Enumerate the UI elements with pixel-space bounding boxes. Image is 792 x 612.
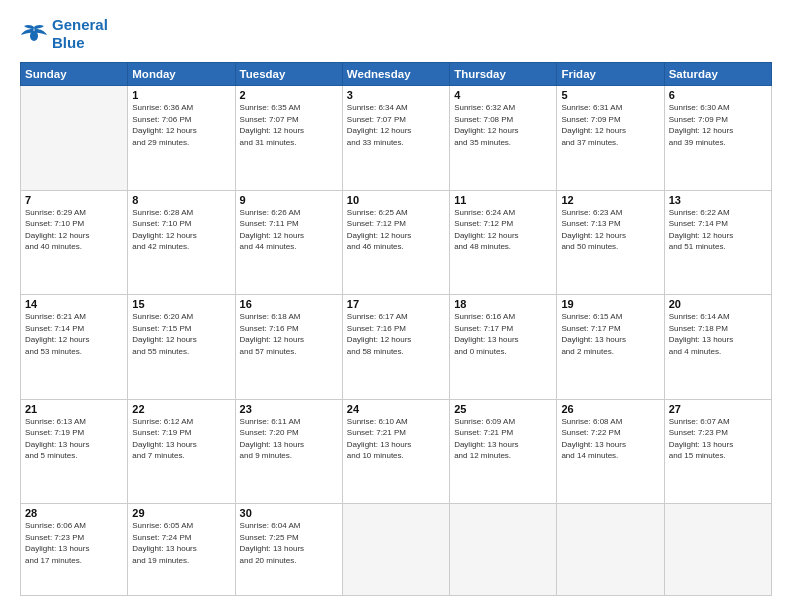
calendar-cell: 9Sunrise: 6:26 AM Sunset: 7:11 PM Daylig… bbox=[235, 190, 342, 295]
calendar-cell: 22Sunrise: 6:12 AM Sunset: 7:19 PM Dayli… bbox=[128, 399, 235, 504]
day-info: Sunrise: 6:14 AM Sunset: 7:18 PM Dayligh… bbox=[669, 311, 767, 357]
calendar-header-monday: Monday bbox=[128, 63, 235, 86]
day-number: 14 bbox=[25, 298, 123, 310]
day-number: 20 bbox=[669, 298, 767, 310]
calendar-cell: 13Sunrise: 6:22 AM Sunset: 7:14 PM Dayli… bbox=[664, 190, 771, 295]
day-number: 7 bbox=[25, 194, 123, 206]
day-info: Sunrise: 6:05 AM Sunset: 7:24 PM Dayligh… bbox=[132, 520, 230, 566]
day-info: Sunrise: 6:21 AM Sunset: 7:14 PM Dayligh… bbox=[25, 311, 123, 357]
day-number: 26 bbox=[561, 403, 659, 415]
calendar-cell: 8Sunrise: 6:28 AM Sunset: 7:10 PM Daylig… bbox=[128, 190, 235, 295]
day-number: 13 bbox=[669, 194, 767, 206]
day-info: Sunrise: 6:09 AM Sunset: 7:21 PM Dayligh… bbox=[454, 416, 552, 462]
day-info: Sunrise: 6:12 AM Sunset: 7:19 PM Dayligh… bbox=[132, 416, 230, 462]
day-info: Sunrise: 6:07 AM Sunset: 7:23 PM Dayligh… bbox=[669, 416, 767, 462]
day-number: 23 bbox=[240, 403, 338, 415]
day-info: Sunrise: 6:16 AM Sunset: 7:17 PM Dayligh… bbox=[454, 311, 552, 357]
day-number: 8 bbox=[132, 194, 230, 206]
day-info: Sunrise: 6:30 AM Sunset: 7:09 PM Dayligh… bbox=[669, 102, 767, 148]
calendar-week-row: 7Sunrise: 6:29 AM Sunset: 7:10 PM Daylig… bbox=[21, 190, 772, 295]
day-info: Sunrise: 6:31 AM Sunset: 7:09 PM Dayligh… bbox=[561, 102, 659, 148]
calendar-cell: 4Sunrise: 6:32 AM Sunset: 7:08 PM Daylig… bbox=[450, 86, 557, 191]
calendar-cell: 27Sunrise: 6:07 AM Sunset: 7:23 PM Dayli… bbox=[664, 399, 771, 504]
calendar-cell: 26Sunrise: 6:08 AM Sunset: 7:22 PM Dayli… bbox=[557, 399, 664, 504]
day-info: Sunrise: 6:28 AM Sunset: 7:10 PM Dayligh… bbox=[132, 207, 230, 253]
calendar-cell: 15Sunrise: 6:20 AM Sunset: 7:15 PM Dayli… bbox=[128, 295, 235, 400]
day-number: 3 bbox=[347, 89, 445, 101]
logo-icon bbox=[20, 23, 48, 45]
calendar-cell: 18Sunrise: 6:16 AM Sunset: 7:17 PM Dayli… bbox=[450, 295, 557, 400]
calendar-cell: 3Sunrise: 6:34 AM Sunset: 7:07 PM Daylig… bbox=[342, 86, 449, 191]
calendar-cell: 21Sunrise: 6:13 AM Sunset: 7:19 PM Dayli… bbox=[21, 399, 128, 504]
calendar-cell bbox=[342, 504, 449, 596]
day-info: Sunrise: 6:08 AM Sunset: 7:22 PM Dayligh… bbox=[561, 416, 659, 462]
calendar-cell: 14Sunrise: 6:21 AM Sunset: 7:14 PM Dayli… bbox=[21, 295, 128, 400]
calendar-cell: 19Sunrise: 6:15 AM Sunset: 7:17 PM Dayli… bbox=[557, 295, 664, 400]
day-info: Sunrise: 6:13 AM Sunset: 7:19 PM Dayligh… bbox=[25, 416, 123, 462]
calendar-cell: 29Sunrise: 6:05 AM Sunset: 7:24 PM Dayli… bbox=[128, 504, 235, 596]
day-number: 1 bbox=[132, 89, 230, 101]
day-info: Sunrise: 6:17 AM Sunset: 7:16 PM Dayligh… bbox=[347, 311, 445, 357]
day-number: 16 bbox=[240, 298, 338, 310]
day-info: Sunrise: 6:06 AM Sunset: 7:23 PM Dayligh… bbox=[25, 520, 123, 566]
calendar-week-row: 14Sunrise: 6:21 AM Sunset: 7:14 PM Dayli… bbox=[21, 295, 772, 400]
calendar-week-row: 1Sunrise: 6:36 AM Sunset: 7:06 PM Daylig… bbox=[21, 86, 772, 191]
calendar-week-row: 28Sunrise: 6:06 AM Sunset: 7:23 PM Dayli… bbox=[21, 504, 772, 596]
calendar-header-saturday: Saturday bbox=[664, 63, 771, 86]
calendar-header-sunday: Sunday bbox=[21, 63, 128, 86]
day-number: 6 bbox=[669, 89, 767, 101]
logo-text: GeneralBlue bbox=[52, 16, 108, 52]
calendar-header-tuesday: Tuesday bbox=[235, 63, 342, 86]
calendar-cell: 2Sunrise: 6:35 AM Sunset: 7:07 PM Daylig… bbox=[235, 86, 342, 191]
day-number: 2 bbox=[240, 89, 338, 101]
day-info: Sunrise: 6:15 AM Sunset: 7:17 PM Dayligh… bbox=[561, 311, 659, 357]
calendar-cell: 6Sunrise: 6:30 AM Sunset: 7:09 PM Daylig… bbox=[664, 86, 771, 191]
calendar-cell: 17Sunrise: 6:17 AM Sunset: 7:16 PM Dayli… bbox=[342, 295, 449, 400]
calendar-header-friday: Friday bbox=[557, 63, 664, 86]
day-info: Sunrise: 6:24 AM Sunset: 7:12 PM Dayligh… bbox=[454, 207, 552, 253]
calendar-header-thursday: Thursday bbox=[450, 63, 557, 86]
calendar-header-row: SundayMondayTuesdayWednesdayThursdayFrid… bbox=[21, 63, 772, 86]
day-info: Sunrise: 6:29 AM Sunset: 7:10 PM Dayligh… bbox=[25, 207, 123, 253]
page: GeneralBlue SundayMondayTuesdayWednesday… bbox=[0, 0, 792, 612]
logo: GeneralBlue bbox=[20, 16, 108, 52]
calendar-cell bbox=[450, 504, 557, 596]
calendar-cell: 12Sunrise: 6:23 AM Sunset: 7:13 PM Dayli… bbox=[557, 190, 664, 295]
day-number: 12 bbox=[561, 194, 659, 206]
calendar-cell: 5Sunrise: 6:31 AM Sunset: 7:09 PM Daylig… bbox=[557, 86, 664, 191]
header: GeneralBlue bbox=[20, 16, 772, 52]
calendar-cell: 23Sunrise: 6:11 AM Sunset: 7:20 PM Dayli… bbox=[235, 399, 342, 504]
day-info: Sunrise: 6:34 AM Sunset: 7:07 PM Dayligh… bbox=[347, 102, 445, 148]
calendar-cell: 16Sunrise: 6:18 AM Sunset: 7:16 PM Dayli… bbox=[235, 295, 342, 400]
day-info: Sunrise: 6:36 AM Sunset: 7:06 PM Dayligh… bbox=[132, 102, 230, 148]
day-info: Sunrise: 6:25 AM Sunset: 7:12 PM Dayligh… bbox=[347, 207, 445, 253]
day-number: 9 bbox=[240, 194, 338, 206]
day-number: 25 bbox=[454, 403, 552, 415]
day-info: Sunrise: 6:10 AM Sunset: 7:21 PM Dayligh… bbox=[347, 416, 445, 462]
calendar-cell: 24Sunrise: 6:10 AM Sunset: 7:21 PM Dayli… bbox=[342, 399, 449, 504]
day-info: Sunrise: 6:18 AM Sunset: 7:16 PM Dayligh… bbox=[240, 311, 338, 357]
day-number: 10 bbox=[347, 194, 445, 206]
day-number: 17 bbox=[347, 298, 445, 310]
calendar-table: SundayMondayTuesdayWednesdayThursdayFrid… bbox=[20, 62, 772, 596]
calendar-cell bbox=[21, 86, 128, 191]
calendar-week-row: 21Sunrise: 6:13 AM Sunset: 7:19 PM Dayli… bbox=[21, 399, 772, 504]
calendar-cell: 20Sunrise: 6:14 AM Sunset: 7:18 PM Dayli… bbox=[664, 295, 771, 400]
day-info: Sunrise: 6:23 AM Sunset: 7:13 PM Dayligh… bbox=[561, 207, 659, 253]
day-info: Sunrise: 6:20 AM Sunset: 7:15 PM Dayligh… bbox=[132, 311, 230, 357]
calendar-cell bbox=[664, 504, 771, 596]
day-number: 27 bbox=[669, 403, 767, 415]
day-number: 5 bbox=[561, 89, 659, 101]
day-info: Sunrise: 6:35 AM Sunset: 7:07 PM Dayligh… bbox=[240, 102, 338, 148]
day-number: 18 bbox=[454, 298, 552, 310]
day-number: 11 bbox=[454, 194, 552, 206]
calendar-header-wednesday: Wednesday bbox=[342, 63, 449, 86]
calendar-cell: 1Sunrise: 6:36 AM Sunset: 7:06 PM Daylig… bbox=[128, 86, 235, 191]
day-number: 24 bbox=[347, 403, 445, 415]
day-info: Sunrise: 6:26 AM Sunset: 7:11 PM Dayligh… bbox=[240, 207, 338, 253]
calendar-cell: 11Sunrise: 6:24 AM Sunset: 7:12 PM Dayli… bbox=[450, 190, 557, 295]
calendar-cell: 28Sunrise: 6:06 AM Sunset: 7:23 PM Dayli… bbox=[21, 504, 128, 596]
day-info: Sunrise: 6:11 AM Sunset: 7:20 PM Dayligh… bbox=[240, 416, 338, 462]
day-info: Sunrise: 6:04 AM Sunset: 7:25 PM Dayligh… bbox=[240, 520, 338, 566]
calendar-cell: 30Sunrise: 6:04 AM Sunset: 7:25 PM Dayli… bbox=[235, 504, 342, 596]
